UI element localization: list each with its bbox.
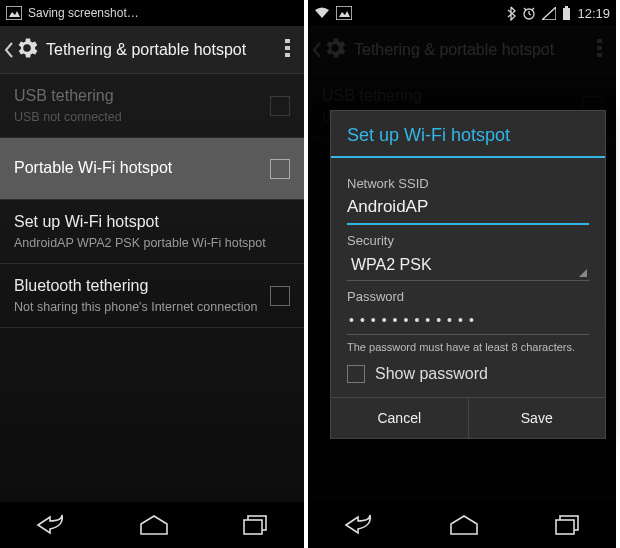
alarm-icon xyxy=(522,6,536,20)
row-title: USB tethering xyxy=(14,86,258,107)
nav-recent-button[interactable] xyxy=(554,514,580,536)
gear-icon xyxy=(14,35,40,65)
back-up-button[interactable] xyxy=(4,35,46,65)
password-label: Password xyxy=(347,289,589,304)
checkbox[interactable] xyxy=(270,286,290,306)
nav-bar xyxy=(0,502,304,548)
svg-rect-0 xyxy=(6,6,22,20)
phone-screen-left: Saving screenshot… Tethering & portable … xyxy=(0,0,308,548)
nav-back-button[interactable] xyxy=(344,514,374,536)
wifi-icon xyxy=(314,6,330,20)
svg-marker-1 xyxy=(9,11,20,17)
ssid-label: Network SSID xyxy=(347,176,589,191)
svg-marker-14 xyxy=(542,7,556,20)
row-title: Bluetooth tethering xyxy=(14,276,258,297)
checkbox xyxy=(270,96,290,116)
row-subtitle: Not sharing this phone's Internet connec… xyxy=(14,299,258,315)
ssid-input[interactable]: AndroidAP xyxy=(347,193,589,225)
row-bluetooth-tethering[interactable]: Bluetooth tethering Not sharing this pho… xyxy=(0,264,304,328)
svg-marker-8 xyxy=(339,11,350,17)
row-title: Portable Wi-Fi hotspot xyxy=(14,158,258,179)
security-label: Security xyxy=(347,233,589,248)
battery-icon xyxy=(562,6,571,21)
row-setup-hotspot[interactable]: Set up Wi-Fi hotspot AndroidAP WPA2 PSK … xyxy=(0,200,304,264)
phone-screen-right: 12:19 Tethering & portable hotspot USB t… xyxy=(308,0,616,548)
svg-line-11 xyxy=(529,14,531,15)
svg-rect-7 xyxy=(336,6,352,20)
svg-rect-21 xyxy=(556,520,574,534)
row-subtitle: USB not connected xyxy=(14,109,258,125)
status-bar: 12:19 xyxy=(308,0,616,26)
svg-rect-4 xyxy=(285,53,290,57)
picture-icon xyxy=(336,6,352,20)
status-text: Saving screenshot… xyxy=(28,6,139,20)
show-password-label: Show password xyxy=(375,365,488,383)
action-bar: Tethering & portable hotspot xyxy=(0,26,304,74)
svg-line-13 xyxy=(532,8,534,10)
checkbox[interactable] xyxy=(270,159,290,179)
settings-list: USB tethering USB not connected Portable… xyxy=(0,74,304,502)
row-portable-hotspot[interactable]: Portable Wi-Fi hotspot xyxy=(0,138,304,200)
row-title: Set up Wi-Fi hotspot xyxy=(14,212,290,233)
nav-home-button[interactable] xyxy=(447,514,481,536)
overflow-icon xyxy=(285,38,290,58)
nav-back-button[interactable] xyxy=(36,514,66,536)
dropdown-icon xyxy=(579,269,587,277)
svg-rect-2 xyxy=(285,39,290,43)
cancel-button[interactable]: Cancel xyxy=(331,398,469,438)
svg-rect-6 xyxy=(244,520,262,534)
page-title: Tethering & portable hotspot xyxy=(46,41,275,59)
overflow-menu-button[interactable] xyxy=(275,28,300,72)
dialog-title: Set up Wi-Fi hotspot xyxy=(331,111,605,156)
security-dropdown[interactable]: WPA2 PSK xyxy=(347,250,589,281)
show-password-toggle[interactable]: Show password xyxy=(347,365,589,383)
security-value: WPA2 PSK xyxy=(351,256,432,273)
status-bar: Saving screenshot… xyxy=(0,0,304,26)
row-subtitle: AndroidAP WPA2 PSK portable Wi-Fi hotspo… xyxy=(14,235,290,251)
picture-icon xyxy=(6,6,22,20)
svg-rect-16 xyxy=(565,6,568,8)
bluetooth-icon xyxy=(507,6,516,21)
password-hint: The password must have at least 8 charac… xyxy=(347,341,589,353)
clock-text: 12:19 xyxy=(577,6,610,21)
save-button[interactable]: Save xyxy=(469,398,606,438)
svg-rect-3 xyxy=(285,46,290,50)
row-usb-tethering: USB tethering USB not connected xyxy=(0,74,304,138)
checkbox[interactable] xyxy=(347,365,365,383)
nav-recent-button[interactable] xyxy=(242,514,268,536)
svg-rect-15 xyxy=(563,8,570,20)
chevron-left-icon xyxy=(4,40,14,60)
dialog-setup-hotspot: Set up Wi-Fi hotspot Network SSID Androi… xyxy=(330,110,606,439)
svg-line-12 xyxy=(524,8,526,10)
nav-bar xyxy=(308,502,616,548)
signal-icon xyxy=(542,7,556,20)
nav-home-button[interactable] xyxy=(137,514,171,536)
password-input[interactable]: •••••••••••• xyxy=(347,306,589,335)
